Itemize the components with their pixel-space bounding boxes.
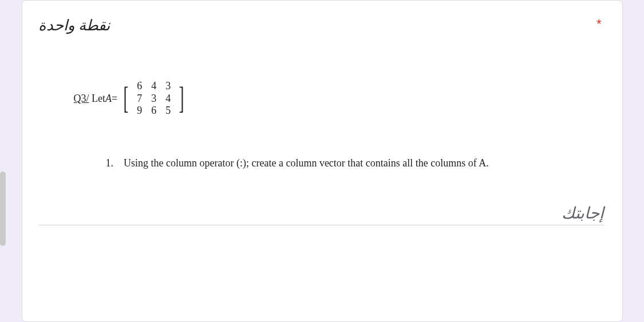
let-text-2: Let	[92, 93, 105, 105]
answer-area: إجابتك	[38, 204, 606, 225]
instruction-number: 1.	[106, 157, 114, 169]
matrix-cell: 6	[132, 80, 147, 93]
table-row: 6 4 3	[132, 80, 175, 93]
matrix-cell: 4	[161, 93, 175, 105]
instruction: 1. Using the column operator (:); create…	[106, 157, 583, 169]
matrix-cell: 7	[132, 93, 147, 105]
question-card: نقطة واحدة * Q3/ Let A = [ 6 4	[22, 0, 623, 322]
question-number: Q3/	[74, 93, 89, 105]
instruction-text: Using the column operator (:); create a …	[124, 157, 489, 169]
matrix-table: 6 4 3 7 3 4 9 6 5	[132, 80, 175, 117]
equals-sign: =	[112, 93, 117, 105]
matrix: [ 6 4 3 7 3 4 9	[121, 80, 187, 117]
matrix-cell: 9	[132, 105, 147, 117]
matrix-cell: 3	[147, 93, 161, 105]
right-bracket-icon: ]	[179, 85, 184, 113]
matrix-cell: 3	[161, 80, 175, 93]
required-star-icon: *	[596, 17, 602, 31]
question-header: نقطة واحدة *	[38, 17, 606, 34]
points-label: نقطة واحدة	[38, 17, 110, 34]
answer-input[interactable]	[38, 225, 604, 225]
matrix-cell: 6	[147, 105, 161, 117]
answer-label: إجابتك	[38, 204, 604, 222]
table-row: 9 6 5	[132, 105, 175, 117]
scrollbar[interactable]	[0, 172, 6, 246]
left-bracket-icon: [	[124, 85, 129, 113]
question-content: Q3/ Let A = [ 6 4 3 7	[38, 80, 606, 169]
matrix-cell: 4	[147, 80, 161, 93]
question-label: Q3/ Let A =	[74, 93, 118, 105]
matrix-definition: Q3/ Let A = [ 6 4 3 7	[74, 80, 583, 117]
table-row: 7 3 4	[132, 93, 175, 105]
matrix-cell: 5	[161, 105, 175, 117]
variable-name: A	[105, 93, 112, 105]
